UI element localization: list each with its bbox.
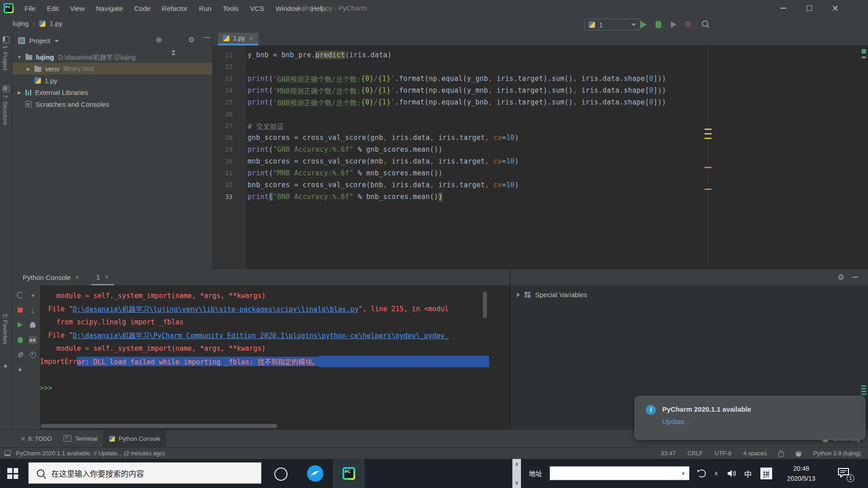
volume-icon[interactable] [727, 469, 737, 478]
hide-panel-icon[interactable]: — [203, 34, 211, 41]
gear-icon[interactable]: ⚙ [838, 273, 844, 282]
editor-line-32[interactable]: 32bnb_scores = cross_val_score(bnb, iris… [213, 179, 868, 191]
scrollbar-thumb[interactable] [862, 56, 866, 58]
taskbar-clock[interactable]: 20:48 2020/5/13 [779, 463, 823, 483]
menu-vcs[interactable]: VCS [250, 5, 264, 12]
status-message[interactable]: PyCharm 2020.1.1 available: // Update...… [16, 450, 165, 457]
warning-stripe-mark[interactable] [704, 129, 712, 130]
attach-debugger-icon[interactable] [16, 336, 24, 344]
menu-file[interactable]: File [25, 5, 35, 12]
menu-code[interactable]: Code [134, 5, 150, 12]
taskbar-pycharm-button[interactable] [333, 459, 365, 488]
editor-line-29[interactable]: 29print("GNB Accuracy:%.6f" % gnb_scores… [213, 144, 868, 155]
menu-edit[interactable]: Edit [47, 5, 59, 12]
line-separator[interactable]: CRLF [687, 450, 703, 457]
messenger-app-icon[interactable] [307, 465, 323, 482]
breadcrumb-file[interactable]: 1.py [50, 20, 62, 27]
settings-icon[interactable]: ⚙ [16, 351, 24, 359]
minimize-icon[interactable] [780, 8, 786, 9]
favorites-star-icon[interactable]: ★ [3, 363, 8, 369]
special-variables-header[interactable]: Special Variables [511, 285, 868, 299]
console-vertical-scrollbar[interactable] [483, 292, 487, 318]
start-button[interactable] [7, 468, 18, 479]
stripe-favorites-button[interactable]: 2: Favorites [2, 314, 9, 344]
show-variables-icon[interactable]: oo [29, 336, 37, 344]
hidden-icons-chevron[interactable]: ∧ [714, 470, 719, 477]
menu-window[interactable]: Window [275, 5, 299, 12]
warning-stripe-mark[interactable] [704, 189, 712, 190]
gear-icon[interactable]: ⚙ [188, 36, 194, 44]
action-center-button[interactable]: 1 [838, 468, 856, 482]
bottom-tab-python-console[interactable]: Python Console [103, 430, 166, 447]
console-file-link[interactable]: D:\dasanxia\机器学习\lujing\venv\lib\site-pa… [73, 304, 358, 314]
address-input[interactable]: ∨ [550, 466, 689, 480]
close-tab-icon[interactable]: ✕ [75, 274, 80, 281]
chevron-down-icon[interactable]: ∨ [681, 470, 685, 476]
refresh-icon[interactable] [698, 469, 706, 478]
close-icon[interactable] [832, 5, 838, 11]
tree-row-external-libraries[interactable]: ▶External Libraries [12, 86, 212, 98]
tree-row-scratches-and-consoles[interactable]: Scratches and Consoles [12, 98, 212, 110]
close-tab-icon[interactable]: ✕ [248, 35, 253, 42]
scroll-down-icon[interactable]: ∨ [515, 480, 518, 486]
project-panel-title[interactable]: Project [29, 37, 50, 45]
soft-wrap-icon[interactable]: » [29, 291, 37, 299]
highlighting-level-icon[interactable] [796, 451, 801, 457]
tree-row-1-py[interactable]: 1.py [12, 75, 212, 86]
locate-file-icon[interactable]: ⊕ [156, 36, 162, 44]
editor-line-21[interactable]: 21y_bnb = bnb_pre.predict(iris.data) [213, 49, 868, 61]
caret-position[interactable]: 33:47 [661, 450, 676, 457]
run-button[interactable] [640, 21, 647, 28]
code-editor[interactable]: 21y_bnb = bnb_pre.predict(iris.data)2223… [213, 45, 868, 269]
editor-line-31[interactable]: 31print("MNB Accuracy:%.6f" % mnb_scores… [213, 167, 868, 179]
expand-arrow-icon[interactable] [517, 293, 520, 297]
menu-navigate[interactable]: Navigate [96, 5, 123, 12]
close-tab-icon[interactable]: ✕ [104, 274, 109, 280]
tab-python-console[interactable]: Python Console ✕ [18, 269, 85, 285]
tree-expand-icon[interactable]: ▶ [16, 90, 22, 95]
debug-button[interactable] [655, 21, 661, 28]
scroll-up-icon[interactable]: ∧ [515, 461, 518, 467]
editor-line-30[interactable]: 30mnb_scores = cross_val_score(mnb, iris… [213, 155, 868, 167]
execute-icon[interactable] [16, 321, 24, 329]
indent-style[interactable]: 4 spaces [743, 450, 767, 457]
breadcrumb-project[interactable]: lujing [13, 20, 29, 27]
update-link[interactable]: Update... [662, 418, 690, 425]
stripe-structure-button[interactable]: 7: Structure [2, 95, 9, 125]
warning-stripe-mark[interactable] [704, 138, 712, 139]
taskbar-search-input[interactable]: 在这里输入你要搜索的内容 [28, 462, 262, 484]
menu-view[interactable]: View [70, 5, 84, 12]
console-horizontal-scrollbar[interactable] [41, 424, 277, 428]
maximize-icon[interactable] [807, 5, 812, 11]
editor-line-25[interactable]: 25print('BNB预测正确个数/总个数:{0}/{1}'.format(n… [213, 96, 868, 108]
console-output[interactable]: module = self._system_import(name, *args… [40, 285, 489, 429]
python-interpreter[interactable]: Python 3.8 (lujing) [813, 450, 861, 457]
tool-window-toggle-icon[interactable] [5, 450, 10, 456]
editor-line-24[interactable]: 24print('MNB预测正确个数/总个数:{0}/{1}'.format(n… [213, 85, 868, 96]
tree-row-venv[interactable]: ▶venvlibrary root [12, 63, 212, 75]
tab-console-1[interactable]: 1 ✕ [91, 269, 114, 285]
cortana-icon[interactable] [274, 468, 288, 481]
print-icon[interactable] [29, 321, 37, 329]
editor-line-23[interactable]: 23print('GNB预测正确个数/总个数:{0}/{1}'.format(n… [213, 73, 868, 85]
scroll-to-end-icon[interactable]: ↓ [29, 306, 37, 314]
stop-icon[interactable] [16, 306, 24, 314]
warning-stripe-mark[interactable] [704, 133, 712, 134]
run-coverage-button[interactable] [671, 21, 676, 28]
ime-language-indicator[interactable]: 中 [744, 468, 752, 479]
editor-line-33[interactable]: 33print("BNB Accuracy:%.6f" % bnb_scores… [213, 191, 868, 203]
run-config-select[interactable]: 1 [584, 19, 640, 30]
readonly-lock-icon[interactable] [779, 452, 784, 457]
tree-row-lujing[interactable]: ▼lujingD:\dasanxia\机器学习\lujing [12, 51, 212, 63]
hide-panel-icon[interactable] [853, 277, 858, 278]
tree-expand-icon[interactable]: ▶ [25, 66, 31, 71]
warning-stripe-mark[interactable] [704, 167, 712, 168]
editor-tab-1py[interactable]: 1.py ✕ [218, 33, 258, 45]
bottom-tab-6-todo[interactable]: ≡6: TODO [15, 430, 58, 447]
search-everywhere-icon[interactable] [702, 20, 708, 27]
file-encoding[interactable]: UTF-8 [714, 450, 731, 457]
console-file-link[interactable]: D:\dasanxia\机器学习\PyCharm Community Editi… [73, 330, 449, 340]
editor-line-26[interactable]: 26 [213, 108, 868, 120]
chevron-down-icon[interactable] [55, 40, 59, 42]
editor-line-27[interactable]: 27# 交叉验证 [213, 120, 868, 132]
